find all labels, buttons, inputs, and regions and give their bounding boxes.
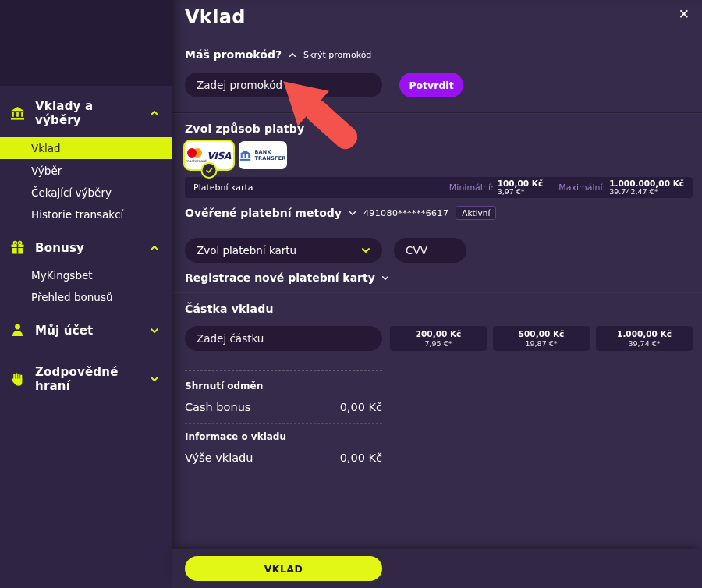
modal-content: Vklad ✕ Máš promokód? Skrýt promokód Pot…: [172, 0, 702, 549]
section-divider: [172, 292, 702, 292]
user-icon: [10, 323, 25, 338]
cash-bonus-label: Cash bonus: [185, 401, 250, 413]
confirm-promo-button[interactable]: Potvrdit: [399, 73, 463, 97]
payment-method-bank-transfer[interactable]: BANK TRANSFER: [239, 141, 287, 169]
preset-amount-500[interactable]: 500,00 Kč 19,87 €*: [493, 326, 590, 351]
close-icon[interactable]: ✕: [679, 8, 690, 21]
sidebar-section-label: Vklady a výběry: [35, 99, 140, 127]
deposit-amount-heading: Částka vkladu: [185, 303, 693, 315]
payment-method-card[interactable]: mastercard VISA: [185, 141, 233, 169]
visa-icon: VISA: [207, 150, 231, 161]
rewards-summary-heading: Shrnutí odměn: [185, 381, 693, 391]
sidebar-item-historie-transakci[interactable]: Historie transakcí: [0, 204, 172, 225]
deposit-amount-row: Výše vkladu 0,00 Kč: [185, 452, 382, 464]
mastercard-icon: mastercard: [187, 147, 204, 163]
sidebar-section-zodpovedne-hrani[interactable]: Zodpovědné hraní: [0, 356, 172, 402]
chevron-down-icon[interactable]: [349, 211, 356, 216]
sidebar-section-label: Bonusy: [35, 241, 140, 255]
sidebar-section-label: Zodpovědné hraní: [35, 365, 140, 393]
status-badge: Aktivní: [456, 206, 496, 220]
preset-amount-1000[interactable]: 1.000,00 Kč 39,74 €*: [596, 326, 693, 351]
cash-bonus-value: 0,00 Kč: [340, 401, 382, 413]
sidebar-item-vklad[interactable]: Vklad: [0, 137, 172, 159]
modal-footer: VKLAD: [172, 549, 702, 588]
selected-method-label: Platební karta: [193, 182, 254, 193]
deposit-modal: Vklad ✕ Máš promokód? Skrýt promokód Pot…: [172, 0, 702, 588]
chevron-up-icon: [150, 110, 159, 116]
preset-amount-200[interactable]: 200,00 Kč 7,95 €*: [390, 326, 487, 351]
dashed-divider: [185, 423, 382, 424]
chevron-down-icon: [150, 376, 159, 382]
dashed-divider: [185, 370, 382, 371]
sidebar-item-mykingsbet[interactable]: MyKingsbet: [0, 265, 172, 285]
register-new-card-label: Registrace nové platební karty: [185, 271, 375, 284]
cvv-input[interactable]: [394, 238, 466, 263]
promo-code-input[interactable]: [185, 73, 382, 97]
sidebar-nav: Vklady a výběry Vklad Výběr Čekající výb…: [0, 86, 172, 402]
chevron-up-icon[interactable]: [289, 52, 296, 58]
sidebar-item-prehled-bonusu[interactable]: Přehled bonusů: [0, 287, 172, 307]
sidebar-top-spacer: [0, 0, 172, 86]
selected-method-bar: Platební karta Minimální: 100,00 Kč 3,97…: [185, 177, 693, 198]
sidebar: Vklady a výběry Vklad Výběr Čekající výb…: [0, 0, 172, 588]
sidebar-section-vklady-a-vybery[interactable]: Vklady a výběry: [0, 90, 172, 136]
bank-transfer-label: BANK TRANSFER: [254, 149, 285, 161]
chevron-up-icon: [150, 245, 159, 251]
payment-method-heading: Zvol způsob platby: [185, 122, 693, 135]
deposit-amount-value: 0,00 Kč: [340, 452, 382, 464]
cash-bonus-row: Cash bonus 0,00 Kč: [185, 401, 382, 413]
verified-card-number: 491080******6617: [363, 208, 448, 218]
sidebar-item-vyber[interactable]: Výběr: [0, 161, 172, 181]
bank-icon: [10, 106, 25, 121]
sidebar-section-bonusy[interactable]: Bonusy: [0, 232, 172, 264]
gift-icon: [10, 240, 25, 255]
sidebar-section-label: Můj účet: [35, 324, 140, 338]
deposit-amount-label: Výše vkladu: [185, 452, 253, 464]
amount-input[interactable]: [185, 326, 382, 351]
min-limit-eur: 3,97 €*: [498, 188, 544, 196]
min-limit: Minimální: 100,00 Kč 3,97 €*: [449, 179, 543, 197]
bank-transfer-icon: [239, 150, 251, 161]
sidebar-section-muj-ucet[interactable]: Můj účet: [0, 314, 172, 346]
hand-icon: [10, 372, 25, 387]
page-title: Vklad: [185, 6, 693, 28]
chevron-down-icon: [150, 328, 159, 334]
chevron-down-icon: [361, 247, 370, 253]
deposit-info-heading: Informace o vkladu: [185, 431, 693, 442]
section-divider: [172, 112, 702, 113]
card-select-value: Zvol platební kartu: [197, 244, 296, 257]
selected-check-icon: [203, 164, 216, 177]
deposit-submit-button[interactable]: VKLAD: [185, 556, 382, 581]
chevron-down-icon: [381, 275, 389, 281]
max-limit: Maximální: 1.000.000,00 Kč 39.742,47 €*: [558, 179, 684, 197]
register-new-card-toggle[interactable]: Registrace nové platební karty: [185, 271, 693, 284]
card-select[interactable]: Zvol platební kartu: [185, 238, 382, 263]
verified-methods-heading[interactable]: Ověřené platební metody: [185, 207, 342, 219]
promo-toggle-label[interactable]: Skrýt promokód: [303, 50, 371, 60]
max-limit-eur: 39.742,47 €*: [609, 188, 684, 196]
promo-question: Máš promokód?: [185, 48, 282, 61]
sidebar-item-cekajici-vybery[interactable]: Čekající výběry: [0, 182, 172, 203]
